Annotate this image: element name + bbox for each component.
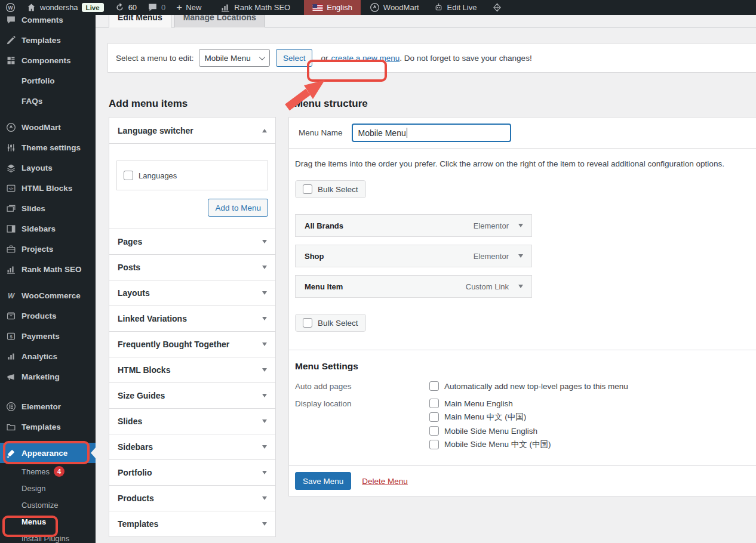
updates-menu[interactable]: 60: [109, 0, 142, 15]
delete-menu-link[interactable]: Delete Menu: [362, 477, 408, 486]
sidebar-item-elementor[interactable]: Elementor: [0, 396, 96, 416]
accordion-slides[interactable]: Slides: [109, 408, 275, 434]
sidebar-item-projects[interactable]: Projects: [0, 239, 96, 259]
accordion-products[interactable]: Products: [109, 485, 275, 511]
accordion-layouts[interactable]: Layouts: [109, 280, 275, 306]
sidebar-item-products[interactable]: Products: [0, 306, 96, 326]
add-menu-items-heading: Add menu items: [109, 98, 276, 110]
bulk-select-toggle-top[interactable]: Bulk Select: [295, 180, 366, 198]
new-content-menu[interactable]: + New: [171, 0, 207, 15]
language-switcher-body: Languages Add to Menu: [109, 143, 275, 229]
gem-menu[interactable]: [487, 0, 508, 15]
edit-live-menu[interactable]: Edit Live: [428, 0, 483, 15]
location-checkbox[interactable]: [429, 440, 439, 449]
bulk-select-toggle-bottom[interactable]: Bulk Select: [295, 314, 366, 332]
layers-icon: [6, 163, 16, 173]
sidebar-item-faqs[interactable]: FAQs: [0, 91, 96, 111]
svg-text:W: W: [8, 5, 13, 11]
sidebar-item-html-blocks[interactable]: </> HTML Blocks: [0, 178, 96, 198]
submenu-item-install-plugins[interactable]: Install Plugins: [0, 530, 96, 543]
sidebar-item-label: Elementor: [21, 402, 61, 411]
sidebar-item-label: Projects: [21, 245, 53, 254]
save-menu-button[interactable]: Save Menu: [295, 472, 351, 490]
sidebar-item-payments[interactable]: $ Payments: [0, 326, 96, 346]
expand-item-icon[interactable]: [518, 224, 523, 227]
sidebar-item-label: Templates: [21, 422, 61, 431]
menu-item-menu-item[interactable]: Menu Item Custom Link: [295, 275, 532, 298]
sidebar-item-slides[interactable]: Slides: [0, 198, 96, 218]
expand-item-icon[interactable]: [518, 254, 523, 258]
submenu-item-design[interactable]: Design: [0, 480, 96, 496]
location-main-menu-english[interactable]: Main Menu English: [429, 399, 551, 408]
accordion-portfolio[interactable]: Portfolio: [109, 459, 275, 485]
sidebar-item-woocommerce[interactable]: W WooCommerce: [0, 285, 96, 306]
accordion-title: HTML Blocks: [118, 365, 170, 375]
create-new-menu-link[interactable]: create a new menu: [331, 54, 399, 63]
comments-menu[interactable]: 0: [142, 0, 171, 15]
auto-add-pages-option[interactable]: Automatically add new top-level pages to…: [429, 381, 628, 391]
accordion-html-blocks[interactable]: HTML Blocks: [109, 357, 275, 382]
admin-sidebar: Comments Templates Components Portfolio …: [0, 15, 96, 543]
sidebar-item-marketing[interactable]: Marketing: [0, 366, 96, 387]
rank-math-label: Rank Math SEO: [234, 3, 290, 12]
submenu-item-themes[interactable]: Themes 4: [0, 463, 96, 480]
sidebar-item-layouts[interactable]: Layouts: [0, 158, 96, 178]
checkbox-label: Mobile Side Menu English: [444, 427, 537, 436]
woodmart-menu[interactable]: WoodMart: [364, 0, 425, 15]
chevron-down-icon: [262, 419, 267, 423]
add-menu-items-panel: Add menu items Language switcher Languag…: [109, 90, 276, 537]
location-mobile-side-menu-english[interactable]: Mobile Side Menu English: [429, 426, 551, 436]
accordion-size-guides[interactable]: Size Guides: [109, 382, 275, 408]
sidebar-item-label: FAQs: [21, 97, 42, 106]
submenu-item-label: Install Plugins: [21, 534, 69, 543]
add-to-menu-button[interactable]: Add to Menu: [208, 199, 268, 217]
location-checkbox[interactable]: [429, 426, 439, 436]
accordion-linked-variations[interactable]: Linked Variations: [109, 306, 275, 331]
sidebar-item-components[interactable]: Components: [0, 50, 96, 70]
rank-math-icon: [6, 264, 16, 274]
sidebar-item-analytics[interactable]: Analytics: [0, 346, 96, 366]
menu-item-shop[interactable]: Shop Elementor: [295, 245, 532, 267]
sidebar-menu: Comments Templates Components Portfolio …: [0, 10, 96, 463]
sidebar-item-theme-settings[interactable]: Theme settings: [0, 137, 96, 158]
menu-item-title: Menu Item: [305, 282, 466, 291]
sliders-icon: [6, 143, 16, 153]
select-button[interactable]: Select: [276, 49, 313, 67]
menu-select-dropdown[interactable]: Mobile Menu: [199, 49, 270, 67]
accordion-templates[interactable]: Templates: [109, 511, 275, 536]
sidebar-item-portfolio[interactable]: Portfolio: [0, 70, 96, 91]
accordion-pages[interactable]: Pages: [109, 229, 275, 254]
auto-add-pages-checkbox[interactable]: [429, 381, 439, 391]
location-mobile-side-menu-chinese[interactable]: Mobile Side Menu 中文 (中国): [429, 439, 551, 450]
menu-name-input[interactable]: Mobile Menu: [352, 124, 511, 142]
sidebar-item-sidebars[interactable]: Sidebars: [0, 218, 96, 239]
wordpress-logo-menu[interactable]: W: [0, 0, 21, 15]
accordion-posts[interactable]: Posts: [109, 254, 275, 280]
languages-checkbox[interactable]: [124, 171, 133, 180]
site-name-menu[interactable]: wondersha Live: [21, 0, 109, 15]
sidebar-item-templates[interactable]: Templates: [0, 30, 96, 50]
expand-item-icon[interactable]: [518, 285, 523, 288]
sidebars-icon: [6, 224, 16, 234]
location-checkbox[interactable]: [429, 412, 439, 422]
rank-math-menu[interactable]: Rank Math SEO: [215, 0, 296, 15]
select-menu-label: Select a menu to edit:: [116, 54, 194, 63]
location-main-menu-chinese[interactable]: Main Menu 中文 (中国): [429, 412, 551, 422]
accordion-sidebars[interactable]: Sidebars: [109, 434, 275, 459]
sidebar-item-appearance[interactable]: Appearance: [0, 443, 96, 463]
language-switcher-menu[interactable]: English: [304, 0, 361, 15]
sidebar-item-woodmart[interactable]: WoodMart: [0, 117, 96, 137]
accordion-frequently-bought-together[interactable]: Frequently Bought Together: [109, 331, 275, 357]
bulk-select-checkbox[interactable]: [303, 184, 312, 194]
menu-item-all-brands[interactable]: All Brands Elementor: [295, 214, 532, 237]
submenu-item-menus[interactable]: Menus: [0, 513, 96, 530]
accordion-title: Linked Variations: [118, 314, 187, 323]
accordion-title: Pages: [118, 237, 142, 246]
accordion-language-switcher[interactable]: Language switcher: [109, 118, 275, 143]
bulk-select-checkbox[interactable]: [303, 318, 312, 328]
submenu-item-customize[interactable]: Customize: [0, 496, 96, 513]
sidebar-item-rank-math[interactable]: Rank Math SEO: [0, 259, 96, 279]
sidebar-item-label: WooCommerce: [21, 291, 81, 300]
sidebar-item-templates-elementor[interactable]: Templates: [0, 416, 96, 437]
location-checkbox[interactable]: [429, 399, 439, 408]
